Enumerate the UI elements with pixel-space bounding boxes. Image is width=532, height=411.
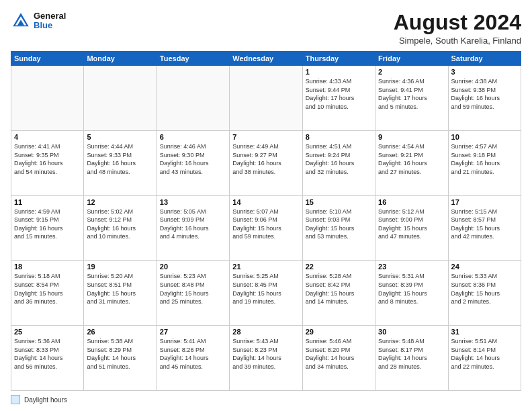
day-num-4-1: 26 [87,328,153,336]
day-info-4-3: Sunrise: 5:43 AM Sunset: 8:23 PM Dayligh… [232,337,299,371]
day-num-1-3: 7 [232,133,299,141]
day-cell-4-0: 25Sunrise: 5:36 AM Sunset: 8:33 PM Dayli… [11,326,84,391]
week-row-2: 11Sunrise: 4:59 AM Sunset: 9:15 PM Dayli… [11,195,521,261]
day-num-1-4: 8 [306,133,372,141]
day-cell-4-4: 29Sunrise: 5:46 AM Sunset: 8:20 PM Dayli… [302,326,375,391]
col-thursday: Thursday [302,52,375,66]
day-info-0-6: Sunrise: 4:38 AM Sunset: 9:38 PM Dayligh… [451,77,518,111]
day-num-1-1: 5 [87,133,153,141]
day-info-3-0: Sunrise: 5:18 AM Sunset: 8:54 PM Dayligh… [14,272,81,306]
day-cell-0-5: 2Sunrise: 4:36 AM Sunset: 9:41 PM Daylig… [375,66,448,131]
day-info-4-4: Sunrise: 5:46 AM Sunset: 8:20 PM Dayligh… [306,337,372,371]
week-row-4: 25Sunrise: 5:36 AM Sunset: 8:33 PM Dayli… [11,326,521,391]
day-cell-1-6: 10Sunrise: 4:57 AM Sunset: 9:18 PM Dayli… [448,130,521,195]
calendar: Sunday Monday Tuesday Wednesday Thursday… [11,51,521,391]
week-row-3: 18Sunrise: 5:18 AM Sunset: 8:54 PM Dayli… [11,261,521,326]
day-cell-4-6: 31Sunrise: 5:51 AM Sunset: 8:14 PM Dayli… [448,326,521,391]
logo-icon [11,11,31,31]
col-tuesday: Tuesday [157,52,229,66]
day-cell-2-5: 16Sunrise: 5:12 AM Sunset: 9:00 PM Dayli… [375,195,448,261]
day-cell-3-3: 21Sunrise: 5:25 AM Sunset: 8:45 PM Dayli… [230,261,302,326]
calendar-header: Sunday Monday Tuesday Wednesday Thursday… [11,52,521,66]
day-info-1-4: Sunrise: 4:51 AM Sunset: 9:24 PM Dayligh… [306,142,372,176]
day-info-0-4: Sunrise: 4:33 AM Sunset: 9:44 PM Dayligh… [306,77,372,111]
day-info-3-2: Sunrise: 5:23 AM Sunset: 8:48 PM Dayligh… [160,272,226,306]
legend-label: Daylight hours [24,396,67,404]
day-info-2-6: Sunrise: 5:15 AM Sunset: 8:57 PM Dayligh… [451,208,518,241]
day-info-1-6: Sunrise: 4:57 AM Sunset: 9:18 PM Dayligh… [451,142,518,176]
logo-blue: Blue [34,21,66,30]
day-info-2-4: Sunrise: 5:10 AM Sunset: 9:03 PM Dayligh… [306,208,372,241]
day-cell-2-6: 17Sunrise: 5:15 AM Sunset: 8:57 PM Dayli… [448,195,521,261]
day-cell-2-4: 15Sunrise: 5:10 AM Sunset: 9:03 PM Dayli… [302,195,375,261]
day-cell-0-6: 3Sunrise: 4:38 AM Sunset: 9:38 PM Daylig… [448,66,521,131]
logo-text: General Blue [34,11,66,31]
day-num-2-0: 11 [14,198,81,206]
day-cell-0-1 [84,66,157,131]
day-num-4-3: 28 [232,328,299,336]
day-cell-2-2: 13Sunrise: 5:05 AM Sunset: 9:09 PM Dayli… [157,195,229,261]
day-cell-1-2: 6Sunrise: 4:46 AM Sunset: 9:30 PM Daylig… [157,130,229,195]
day-num-3-1: 19 [87,263,153,271]
day-cell-1-1: 5Sunrise: 4:44 AM Sunset: 9:33 PM Daylig… [84,130,157,195]
day-num-0-5: 2 [378,68,445,76]
day-num-3-3: 21 [232,263,299,271]
day-info-4-1: Sunrise: 5:38 AM Sunset: 8:29 PM Dayligh… [87,337,153,371]
day-num-1-5: 9 [378,133,445,141]
legend-box [11,395,20,404]
day-num-0-6: 3 [451,68,518,76]
day-cell-4-2: 27Sunrise: 5:41 AM Sunset: 8:26 PM Dayli… [157,326,229,391]
logo-general: General [34,11,66,21]
day-info-1-2: Sunrise: 4:46 AM Sunset: 9:30 PM Dayligh… [160,142,226,176]
col-friday: Friday [375,52,448,66]
col-saturday: Saturday [448,52,521,66]
day-num-4-4: 29 [306,328,372,336]
day-cell-2-0: 11Sunrise: 4:59 AM Sunset: 9:15 PM Dayli… [11,195,84,261]
day-num-3-6: 24 [451,263,518,271]
day-cell-3-6: 24Sunrise: 5:33 AM Sunset: 8:36 PM Dayli… [448,261,521,326]
title-block: August 2024 Simpele, South Karelia, Finl… [394,11,521,46]
day-cell-2-1: 12Sunrise: 5:02 AM Sunset: 9:12 PM Dayli… [84,195,157,261]
col-sunday: Sunday [11,52,84,66]
day-cell-1-3: 7Sunrise: 4:49 AM Sunset: 9:27 PM Daylig… [230,130,302,195]
day-num-1-2: 6 [160,133,226,141]
day-info-4-0: Sunrise: 5:36 AM Sunset: 8:33 PM Dayligh… [14,337,81,371]
day-cell-4-3: 28Sunrise: 5:43 AM Sunset: 8:23 PM Dayli… [230,326,302,391]
day-info-4-2: Sunrise: 5:41 AM Sunset: 8:26 PM Dayligh… [160,337,226,371]
header: General Blue August 2024 Simpele, South … [11,11,521,46]
day-info-3-1: Sunrise: 5:20 AM Sunset: 8:51 PM Dayligh… [87,272,153,306]
day-info-1-1: Sunrise: 4:44 AM Sunset: 9:33 PM Dayligh… [87,142,153,176]
calendar-body: 1Sunrise: 4:33 AM Sunset: 9:44 PM Daylig… [11,66,521,391]
day-num-2-1: 12 [87,198,153,206]
day-cell-4-5: 30Sunrise: 5:48 AM Sunset: 8:17 PM Dayli… [375,326,448,391]
day-cell-1-4: 8Sunrise: 4:51 AM Sunset: 9:24 PM Daylig… [302,130,375,195]
calendar-table: Sunday Monday Tuesday Wednesday Thursday… [11,51,521,391]
col-wednesday: Wednesday [230,52,302,66]
day-cell-0-2 [157,66,229,131]
legend: Daylight hours [11,395,521,404]
day-num-3-5: 23 [378,263,445,271]
col-monday: Monday [84,52,157,66]
day-num-2-2: 13 [160,198,226,206]
day-num-2-6: 17 [451,198,518,206]
week-row-1: 4Sunrise: 4:41 AM Sunset: 9:35 PM Daylig… [11,130,521,195]
day-cell-1-0: 4Sunrise: 4:41 AM Sunset: 9:35 PM Daylig… [11,130,84,195]
day-cell-4-1: 26Sunrise: 5:38 AM Sunset: 8:29 PM Dayli… [84,326,157,391]
day-num-4-2: 27 [160,328,226,336]
day-cell-3-5: 23Sunrise: 5:31 AM Sunset: 8:39 PM Dayli… [375,261,448,326]
page: General Blue August 2024 Simpele, South … [0,0,532,411]
day-num-2-4: 15 [306,198,372,206]
header-row: Sunday Monday Tuesday Wednesday Thursday… [11,52,521,66]
day-cell-2-3: 14Sunrise: 5:07 AM Sunset: 9:06 PM Dayli… [230,195,302,261]
day-info-3-6: Sunrise: 5:33 AM Sunset: 8:36 PM Dayligh… [451,272,518,306]
day-cell-0-4: 1Sunrise: 4:33 AM Sunset: 9:44 PM Daylig… [302,66,375,131]
day-info-3-3: Sunrise: 5:25 AM Sunset: 8:45 PM Dayligh… [232,272,299,306]
day-cell-3-0: 18Sunrise: 5:18 AM Sunset: 8:54 PM Dayli… [11,261,84,326]
day-info-2-5: Sunrise: 5:12 AM Sunset: 9:00 PM Dayligh… [378,208,445,241]
day-num-4-6: 31 [451,328,518,336]
day-num-2-5: 16 [378,198,445,206]
day-cell-3-2: 20Sunrise: 5:23 AM Sunset: 8:48 PM Dayli… [157,261,229,326]
day-info-3-4: Sunrise: 5:28 AM Sunset: 8:42 PM Dayligh… [306,272,372,306]
day-num-0-4: 1 [306,68,372,76]
month-year: August 2024 [394,11,521,34]
